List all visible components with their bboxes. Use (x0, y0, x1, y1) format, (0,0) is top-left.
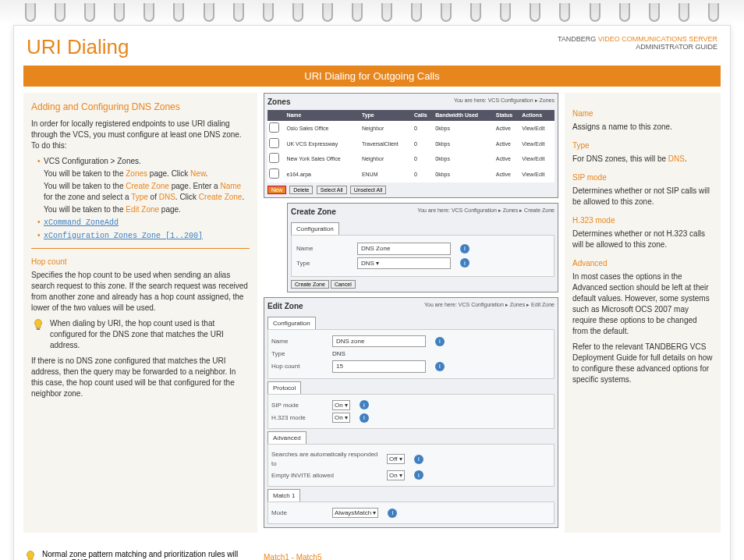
type-select[interactable]: DNS ▾ (357, 257, 451, 269)
hop-p2: If there is no DNS zone configured that … (31, 356, 250, 399)
spiral-binding (0, 0, 744, 25)
dns-link[interactable]: DNS (668, 154, 685, 163)
table-row: Oslo Sales OfficeNeighbor00kbpsActiveVie… (267, 121, 554, 136)
new-button[interactable]: New (267, 186, 286, 194)
lightbulb-icon (31, 318, 45, 332)
hop-count-title: Hop count (31, 257, 250, 268)
select-all-button[interactable]: Select All (317, 186, 347, 194)
cancel-button[interactable]: Cancel (331, 280, 356, 289)
xcommand-link[interactable]: xCommand ZoneAdd (44, 218, 119, 227)
create-zone-button[interactable]: Create Zone (291, 280, 329, 289)
table-row: UK VCS ExpresswayTraversalClient00kbpsAc… (267, 136, 554, 152)
brand-header: TANDBERG VIDEO COMMUNICATIONS SERVER ADM… (558, 35, 717, 51)
hop-p1: Specifies the hop count to be used when … (31, 270, 250, 314)
xconfig-link[interactable]: xConfiguration Zones Zone [1..200] (44, 232, 203, 240)
right-column: Name Assigns a name to this zone. Type F… (565, 93, 721, 533)
zones-table: NameTypeCallsBandwidth UsedStatusActions… (267, 110, 554, 183)
lightbulb-icon (23, 550, 37, 560)
section-bar: URI Dialing for Outgoing Calls (23, 66, 721, 87)
createzone-link[interactable]: Create Zone (126, 182, 169, 190)
table-row: New York Sales OfficeNeighbor00kbpsActiv… (267, 151, 554, 167)
match-box: Match1 - Match5 These sections allow you… (264, 545, 721, 560)
sip-mode-select[interactable]: On ▾ (332, 400, 350, 410)
create-zone-screenshot: Create Zone You are here: VCS Configurat… (287, 203, 558, 292)
zones-link[interactable]: Zones (126, 169, 147, 178)
page: URI Dialing TANDBERG VIDEO COMMUNICATION… (13, 25, 731, 560)
unselect-all-button[interactable]: Unselect All (350, 186, 387, 194)
hop-tip: When dialing by URI, the hop count used … (50, 318, 250, 351)
row-checkbox[interactable] (269, 122, 279, 133)
middle-column: Zones You are here: VCS Configuration ▸ … (264, 93, 558, 533)
nav-path: VCS Configuration > Zones (44, 157, 139, 165)
left-column: Adding and Configuring DNS Zones In orde… (23, 93, 257, 533)
new-link[interactable]: New (190, 169, 205, 178)
left-intro: In order for locally registered endpoint… (31, 119, 250, 151)
footer-tip: Normal zone pattern matching and priorit… (23, 550, 257, 560)
config-tab[interactable]: Configuration (291, 222, 339, 235)
svg-rect-0 (37, 328, 41, 330)
delete-button[interactable]: Delete (289, 186, 313, 194)
page-title: URI Dialing (27, 35, 129, 59)
editzone-link[interactable]: Edit Zone (126, 205, 159, 214)
edit-zone-screenshot: Edit Zone You are here: VCS Configuratio… (264, 297, 558, 528)
h323-mode-select[interactable]: On ▾ (332, 413, 350, 423)
left-heading: Adding and Configuring DNS Zones (31, 101, 250, 114)
info-icon[interactable]: i (460, 244, 469, 253)
zones-screenshot: Zones You are here: VCS Configuration ▸ … (264, 93, 558, 198)
table-row: e164.arpaENUM00kbpsActiveView/Edit (267, 167, 554, 183)
name-input[interactable]: DNS Zone (357, 243, 451, 254)
